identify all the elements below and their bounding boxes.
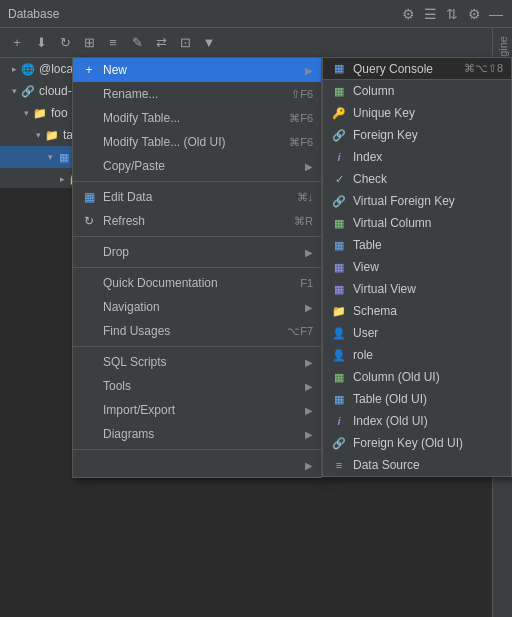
menu-label-diagrams: Diagrams bbox=[103, 427, 301, 441]
submenu-item-index[interactable]: i Index bbox=[323, 146, 511, 168]
menu-item-refresh[interactable]: ↻ Refresh ⌘R bbox=[73, 209, 321, 233]
submenu-item-queryconsole[interactable]: ▦ Query Console ⌘⌥⇧8 bbox=[323, 58, 511, 80]
menu-item-editdata[interactable]: ▦ Edit Data ⌘↓ bbox=[73, 185, 321, 209]
db-icon-localhost: 🌐 bbox=[20, 61, 36, 77]
submenu-arrow-diagrams: ▶ bbox=[305, 429, 313, 440]
queryconsole-shortcut: ⌘⌥⇧8 bbox=[464, 62, 503, 75]
submenu-item-table-old[interactable]: ▦ Table (Old UI) bbox=[323, 388, 511, 410]
grid-btn[interactable]: ⊡ bbox=[174, 32, 196, 54]
menu-item-quickdoc[interactable]: Quick Documentation F1 bbox=[73, 271, 321, 295]
transfer-btn[interactable]: ⇄ bbox=[150, 32, 172, 54]
refresh-icon: ↻ bbox=[81, 213, 97, 229]
menu-item-copypaste[interactable]: Copy/Paste ▶ bbox=[73, 154, 321, 178]
submenu-arrow-tools: ▶ bbox=[305, 381, 313, 392]
menu-label-navigation: Navigation bbox=[103, 300, 301, 314]
add-btn[interactable]: + bbox=[6, 32, 28, 54]
submenu-label-view: View bbox=[353, 260, 503, 274]
refresh-btn[interactable]: ↻ bbox=[54, 32, 76, 54]
submenu-item-view[interactable]: ▦ View bbox=[323, 256, 511, 278]
submenu-item-column[interactable]: ▦ Column bbox=[323, 80, 511, 102]
down-btn[interactable]: ⬇ bbox=[30, 32, 52, 54]
sort-icon[interactable]: ⇅ bbox=[444, 6, 460, 22]
table-old-icon: ▦ bbox=[331, 391, 347, 407]
queryconsole-icon: ▦ bbox=[331, 61, 347, 77]
submenu-item-datasource[interactable]: ≡ Data Source bbox=[323, 454, 511, 476]
minimize-icon[interactable]: — bbox=[488, 6, 504, 22]
gear-icon[interactable]: ⚙ bbox=[466, 6, 482, 22]
menu-item-importexport[interactable]: Import/Export ▶ bbox=[73, 398, 321, 422]
tree-arrow-localhost: ▸ bbox=[8, 63, 20, 75]
menu-item-findusages[interactable]: Find Usages ⌥F7 bbox=[73, 319, 321, 343]
submenu-item-foreignkey-old[interactable]: 🔗 Foreign Key (Old UI) bbox=[323, 432, 511, 454]
submenu-item-column-old[interactable]: ▦ Column (Old UI) bbox=[323, 366, 511, 388]
menu-item-diagrams[interactable]: Diagrams ▶ bbox=[73, 422, 321, 446]
submenu-label-index-old: Index (Old UI) bbox=[353, 414, 503, 428]
submenu-item-vforeignkey[interactable]: 🔗 Virtual Foreign Key bbox=[323, 190, 511, 212]
menu-item-new[interactable]: + New ▶ bbox=[73, 58, 321, 82]
submenu-arrow-importexport: ▶ bbox=[305, 405, 313, 416]
rename-icon bbox=[81, 86, 97, 102]
submenu-item-user[interactable]: 👤 User bbox=[323, 322, 511, 344]
list-btn[interactable]: ≡ bbox=[102, 32, 124, 54]
submenu-item-vcolumn[interactable]: ▦ Virtual Column bbox=[323, 212, 511, 234]
schema-icon: 📁 bbox=[331, 303, 347, 319]
index-icon: i bbox=[331, 149, 347, 165]
rename-shortcut: ⇧F6 bbox=[291, 88, 313, 101]
role-icon: 👤 bbox=[331, 347, 347, 363]
sep-5 bbox=[73, 449, 321, 450]
submenu-item-vview[interactable]: ▦ Virtual View bbox=[323, 278, 511, 300]
menu-label-sqlscripts: SQL Scripts bbox=[103, 355, 301, 369]
modify-icon bbox=[81, 110, 97, 126]
menu-label-editdata: Edit Data bbox=[103, 190, 289, 204]
navigation-icon bbox=[81, 299, 97, 315]
submenu-item-role[interactable]: 👤 role bbox=[323, 344, 511, 366]
submenu-label-user: User bbox=[353, 326, 503, 340]
menu-label-modify-old: Modify Table... (Old UI) bbox=[103, 135, 281, 149]
vcolumn-icon: ▦ bbox=[331, 215, 347, 231]
foreignkey-old-icon: 🔗 bbox=[331, 435, 347, 451]
menu-label-drop: Drop bbox=[103, 245, 301, 259]
refresh-shortcut: ⌘R bbox=[294, 215, 313, 228]
menu-item-navigation[interactable]: Navigation ▶ bbox=[73, 295, 321, 319]
new-icon: + bbox=[81, 62, 97, 78]
submenu-arrow-diagnostics: ▶ bbox=[305, 460, 313, 471]
check-icon: ✓ bbox=[331, 171, 347, 187]
sep-4 bbox=[73, 346, 321, 347]
submenu-item-foreignkey[interactable]: 🔗 Foreign Key bbox=[323, 124, 511, 146]
importexport-icon bbox=[81, 402, 97, 418]
diagnostics-icon bbox=[81, 457, 97, 473]
menu-label-tools: Tools bbox=[103, 379, 301, 393]
submenu-label-table: Table bbox=[353, 238, 503, 252]
menu-item-modify-old[interactable]: Modify Table... (Old UI) ⌘F6 bbox=[73, 130, 321, 154]
submenu-label-foreignkey-old: Foreign Key (Old UI) bbox=[353, 436, 503, 450]
submenu-item-check[interactable]: ✓ Check bbox=[323, 168, 511, 190]
menu-item-modify[interactable]: Modify Table... ⌘F6 bbox=[73, 106, 321, 130]
menu-item-diagnostics[interactable]: ▶ bbox=[73, 453, 321, 477]
submenu-arrow-new: ▶ bbox=[305, 65, 313, 76]
submenu-item-index-old[interactable]: i Index (Old UI) bbox=[323, 410, 511, 432]
menu-item-sqlscripts[interactable]: SQL Scripts ▶ bbox=[73, 350, 321, 374]
tree-arrow-cloudcode: ▾ bbox=[8, 85, 20, 97]
tree-label-foo: foo bbox=[51, 106, 68, 120]
sqlscripts-icon bbox=[81, 354, 97, 370]
submenu-label-column-old: Column (Old UI) bbox=[353, 370, 503, 384]
submenu-arrow-copypaste: ▶ bbox=[305, 161, 313, 172]
schema-btn[interactable]: ⊞ bbox=[78, 32, 100, 54]
menu-item-drop[interactable]: Drop ▶ bbox=[73, 240, 321, 264]
submenu-item-schema[interactable]: 📁 Schema bbox=[323, 300, 511, 322]
context-menu-right: ▦ Query Console ⌘⌥⇧8 ▦ Column 🔑 Unique K… bbox=[322, 57, 512, 477]
menu-label-refresh: Refresh bbox=[103, 214, 286, 228]
settings-icon[interactable]: ⚙ bbox=[400, 6, 416, 22]
list-icon[interactable]: ☰ bbox=[422, 6, 438, 22]
submenu-item-table[interactable]: ▦ Table bbox=[323, 234, 511, 256]
menu-label-importexport: Import/Export bbox=[103, 403, 301, 417]
submenu-item-uniquekey[interactable]: 🔑 Unique Key bbox=[323, 102, 511, 124]
datasource-icon: ≡ bbox=[331, 457, 347, 473]
filter-btn[interactable]: ▼ bbox=[198, 32, 220, 54]
edit-btn[interactable]: ✎ bbox=[126, 32, 148, 54]
submenu-label-index: Index bbox=[353, 150, 503, 164]
tree-arrow-persons: ▾ bbox=[44, 151, 56, 163]
menu-item-rename[interactable]: Rename... ⇧F6 bbox=[73, 82, 321, 106]
menu-item-tools[interactable]: Tools ▶ bbox=[73, 374, 321, 398]
submenu-label-vforeignkey: Virtual Foreign Key bbox=[353, 194, 503, 208]
